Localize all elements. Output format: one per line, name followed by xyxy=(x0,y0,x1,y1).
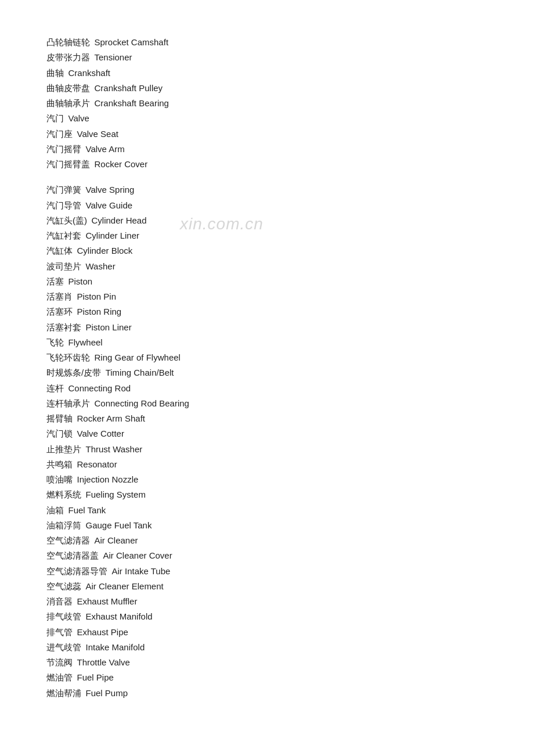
term-english: Fuel Tank xyxy=(68,505,106,515)
term-chinese: 连杆轴承片 xyxy=(46,398,90,408)
term-english: Resonator xyxy=(77,459,117,469)
list-item: 排气管 Exhaust Pipe xyxy=(46,625,488,640)
term-english: Piston Pin xyxy=(77,291,117,301)
term-english: Piston Ring xyxy=(77,307,122,316)
term-chinese: 排气管 xyxy=(46,627,73,637)
term-chinese: 燃料系统 xyxy=(46,489,81,499)
term-english: Valve Arm xyxy=(86,144,125,154)
term-english: Fuel Pipe xyxy=(77,672,114,682)
term-english: Piston xyxy=(68,276,93,286)
term-chinese: 燃油管 xyxy=(46,672,73,682)
term-english: Air Cleaner Element xyxy=(86,581,164,591)
list-item: 汽门 Valve xyxy=(46,111,488,126)
term-chinese: 曲轴 xyxy=(46,68,64,78)
list-item: 时规炼条/皮带 Timing Chain/Belt xyxy=(46,365,488,380)
term-english: Cylinder Liner xyxy=(86,231,140,240)
term-chinese: 空气滤清器导管 xyxy=(46,566,107,576)
list-item: 空气滤蕊 Air Cleaner Element xyxy=(46,579,488,594)
term-chinese: 飞轮环齿轮 xyxy=(46,352,90,362)
list-item: 空气滤清器 Air Cleaner xyxy=(46,533,488,548)
term-english: Exhaust Muffler xyxy=(77,596,138,606)
term-chinese: 空气滤清器 xyxy=(46,535,90,545)
list-item: 共鸣箱 Resonator xyxy=(46,457,488,472)
term-english: Crankshaft xyxy=(68,68,111,78)
term-english: Valve xyxy=(68,113,89,123)
list-item: 止推垫片 Thrust Washer xyxy=(46,442,488,457)
list-item: 摇臂轴 Rocker Arm Shaft xyxy=(46,411,488,426)
term-chinese: 摇臂轴 xyxy=(46,413,73,423)
term-chinese: 排气歧管 xyxy=(46,611,81,621)
list-item: 排气歧管 Exhaust Manifold xyxy=(46,609,488,624)
term-english: Gauge Fuel Tank xyxy=(86,520,152,530)
term-english: Exhaust Manifold xyxy=(86,611,153,621)
list-item: 汽缸头(盖) Cylinder Head xyxy=(46,213,488,228)
list-spacer xyxy=(46,172,488,182)
term-chinese: 活塞衬套 xyxy=(46,322,81,332)
term-english: Valve Cotter xyxy=(77,429,124,438)
term-english: Cylinder Block xyxy=(77,246,133,255)
list-item: 喷油嘴 Injection Nozzle xyxy=(46,472,488,487)
term-chinese: 活塞环 xyxy=(46,307,73,316)
term-english: Crankshaft Bearing xyxy=(95,98,169,108)
term-chinese: 曲轴皮带盘 xyxy=(46,83,90,93)
term-chinese: 活塞肖 xyxy=(46,291,73,301)
list-item: 活塞肖 Piston Pin xyxy=(46,289,488,304)
term-english: Thrust Washer xyxy=(86,444,143,454)
term-chinese: 时规炼条/皮带 xyxy=(46,368,101,377)
term-english: Valve Guide xyxy=(86,200,133,210)
term-chinese: 汽缸头(盖) xyxy=(46,215,87,225)
list-item: 皮带张力器 Tensioner xyxy=(46,50,488,65)
term-english: Air Intake Tube xyxy=(112,566,171,576)
list-item: 曲轴 Crankshaft xyxy=(46,66,488,81)
list-item: 汽缸衬套 Cylinder Liner xyxy=(46,228,488,243)
term-english: Air Cleaner xyxy=(95,535,138,545)
term-chinese: 空气滤蕊 xyxy=(46,581,81,591)
term-chinese: 节流阀 xyxy=(46,657,73,667)
term-english: Flywheel xyxy=(68,337,103,347)
term-chinese: 喷油嘴 xyxy=(46,474,73,484)
list-item: 连杆轴承片 Connecting Rod Bearing xyxy=(46,396,488,411)
term-english: Sprocket Camshaft xyxy=(95,37,169,47)
term-english: Crankshaft Pulley xyxy=(95,83,163,93)
term-chinese: 燃油帮浦 xyxy=(46,688,81,698)
list-item: 汽门导管 Valve Guide xyxy=(46,198,488,213)
list-item: 汽门锁 Valve Cotter xyxy=(46,426,488,441)
term-english: Ring Gear of Flywheel xyxy=(95,352,181,362)
term-english: Timing Chain/Belt xyxy=(106,368,174,377)
term-chinese: 汽门座 xyxy=(46,129,73,139)
term-english: Rocker Cover xyxy=(95,159,148,169)
list-item: 波司垫片 Washer xyxy=(46,259,488,274)
term-chinese: 曲轴轴承片 xyxy=(46,98,90,108)
term-english: Exhaust Pipe xyxy=(77,627,128,637)
list-item: 空气滤清器盖 Air Cleaner Cover xyxy=(46,548,488,563)
term-english: Fuel Pump xyxy=(86,688,128,698)
term-chinese: 汽缸衬套 xyxy=(46,231,81,240)
list-item: 汽门座 Valve Seat xyxy=(46,127,488,142)
term-chinese: 凸轮轴链轮 xyxy=(46,37,90,47)
term-chinese: 油箱 xyxy=(46,505,64,515)
term-english: Valve Spring xyxy=(86,185,135,195)
term-chinese: 汽门 xyxy=(46,113,64,123)
list-item: 汽缸体 Cylinder Block xyxy=(46,243,488,258)
list-item: 消音器 Exhaust Muffler xyxy=(46,594,488,609)
term-chinese: 汽门锁 xyxy=(46,429,73,438)
term-chinese: 汽缸体 xyxy=(46,246,73,255)
term-chinese: 共鸣箱 xyxy=(46,459,73,469)
list-item: 飞轮 Flywheel xyxy=(46,335,488,350)
list-item: 活塞 Piston xyxy=(46,274,488,289)
term-english: Connecting Rod xyxy=(68,383,131,393)
term-chinese: 活塞 xyxy=(46,276,64,286)
term-english: Injection Nozzle xyxy=(77,474,139,484)
list-item: 活塞环 Piston Ring xyxy=(46,304,488,319)
term-chinese: 止推垫片 xyxy=(46,444,81,454)
term-english: Tensioner xyxy=(95,52,132,62)
term-english: Throttle Valve xyxy=(77,657,130,667)
term-chinese: 汽门弹簧 xyxy=(46,185,81,195)
list-item: 凸轮轴链轮 Sprocket Camshaft xyxy=(46,35,488,50)
list-item: 汽门摇臂 Valve Arm xyxy=(46,142,488,157)
term-chinese: 飞轮 xyxy=(46,337,64,347)
list-item: 进气歧管 Intake Manifold xyxy=(46,640,488,655)
list-item: 燃料系统 Fueling System xyxy=(46,487,488,502)
term-english: Connecting Rod Bearing xyxy=(95,398,189,408)
term-english: Air Cleaner Cover xyxy=(103,550,172,560)
